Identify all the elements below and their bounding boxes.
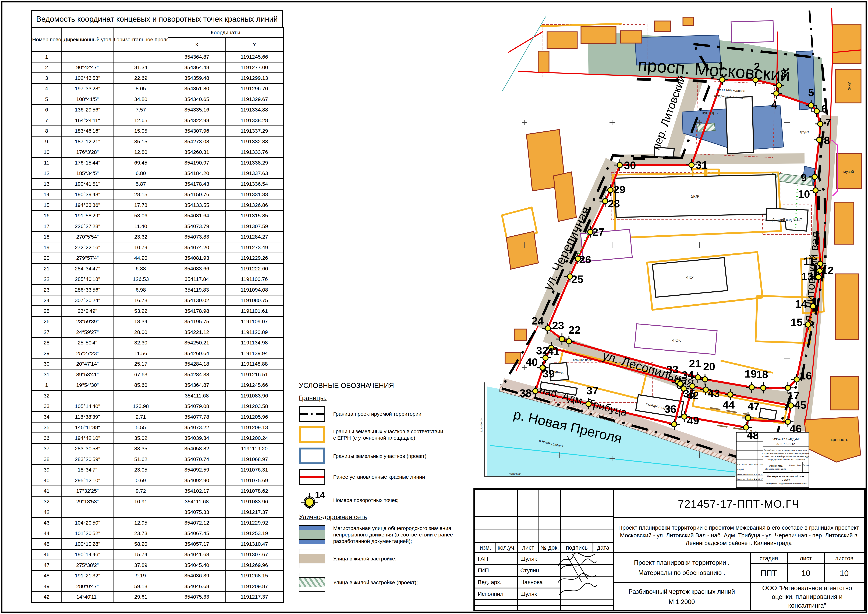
table-cell: 35.15 bbox=[114, 136, 168, 147]
main-street-swatch bbox=[299, 525, 325, 544]
table-row: 13190°41'51"5.87354178.431191336.54 bbox=[32, 179, 283, 190]
table-row: 3102°43'53"22.69354359.481191299.13 bbox=[32, 73, 283, 84]
table-cell: 354072.12 bbox=[168, 518, 226, 528]
table-row: 42354075.331191217.37 bbox=[32, 507, 283, 518]
table-cell: 101°20'52" bbox=[61, 528, 114, 539]
table-row: 8183°46'16"15.05354307.961191337.29 bbox=[32, 126, 283, 136]
legend-group-streets: Улично-дорожная сеть bbox=[299, 513, 476, 521]
table-cell: 28.15 bbox=[114, 189, 168, 200]
table-cell: 1 bbox=[32, 380, 61, 390]
table-cell: 6.98 bbox=[114, 284, 168, 295]
stamptxt-text: Трибуца-ул.Черепичная-пер.Литовский bbox=[767, 459, 805, 461]
table-cell: 9.19 bbox=[114, 570, 168, 581]
table-cell: 27 bbox=[32, 327, 61, 337]
table-cell: 58.20 bbox=[114, 539, 168, 549]
turning-point-marker bbox=[540, 365, 545, 370]
table-cell: 24 bbox=[32, 295, 61, 306]
table-row: 38283°20'59"51.62354070.741191068.97 bbox=[32, 454, 283, 465]
table-cell: 354081.93 bbox=[168, 253, 226, 263]
turning-point-number: 42 bbox=[687, 389, 699, 401]
header-podpis: подпись bbox=[560, 542, 593, 553]
col-header-y: Y bbox=[226, 37, 283, 51]
table-cell: 1191083.96 bbox=[226, 496, 283, 507]
legend-item-territory-border: Граница проектируемой территории bbox=[299, 406, 476, 422]
role-gip: ГИП bbox=[475, 564, 518, 577]
turning-point-marker bbox=[617, 162, 622, 168]
turning-point-marker bbox=[794, 377, 799, 382]
table-cell: 354184.20 bbox=[168, 168, 226, 179]
document-code: 721457-17-ППТ-МО.ГЧ bbox=[613, 490, 864, 518]
turning-point-number: 14 bbox=[795, 298, 807, 310]
table-row: 10176°3'28"12.80354260.311191333.76 bbox=[32, 147, 283, 157]
table-cell: 354250.21 bbox=[168, 337, 226, 348]
table-cell bbox=[61, 51, 114, 62]
table-cell: 194°33'36" bbox=[61, 200, 114, 211]
table-cell: 89°53'41" bbox=[61, 369, 114, 380]
table-cell: 12.80 bbox=[114, 147, 168, 157]
turning-point-number: 24 bbox=[532, 315, 544, 327]
table-cell: 295°12'10" bbox=[61, 475, 114, 486]
table-cell: 1191337.63 bbox=[226, 168, 283, 179]
egrn-parcels-swatch bbox=[299, 426, 325, 443]
table-cell: 28 bbox=[32, 337, 61, 348]
table-cell: 1191209.13 bbox=[226, 422, 283, 433]
table-row: 45100°10'28"58.20354057.171191310.47 bbox=[32, 539, 283, 549]
table-row: 3229°18'53"10.91354111.681191083.96 bbox=[32, 496, 283, 507]
turning-point-marker bbox=[749, 385, 754, 390]
table-cell: 354073.83 bbox=[168, 232, 226, 242]
table-row: 46190°14'46"15.74354041.681191307.67 bbox=[32, 549, 283, 560]
table-cell: 12 bbox=[32, 168, 61, 179]
table-cell: 1191334.88 bbox=[226, 104, 283, 115]
table-row: 43104°20'50"12.95354072.121191229.92 bbox=[32, 518, 283, 528]
stamptxt-text: Подп. bbox=[759, 463, 763, 465]
table-cell: 83.35 bbox=[114, 443, 168, 454]
table-cell: 11.56 bbox=[114, 348, 168, 359]
table-cell: 275°38'2" bbox=[61, 560, 114, 570]
turning-point-number: 22 bbox=[569, 324, 581, 336]
residential-street-project-swatch bbox=[299, 573, 325, 592]
legend-item-label: Границы земельных участков в соответстви… bbox=[333, 428, 443, 441]
turning-point-marker bbox=[812, 174, 817, 179]
table-cell: 354036.39 bbox=[168, 570, 226, 581]
table-cell: 1191205.96 bbox=[226, 412, 283, 422]
table-cell: 190°14'46" bbox=[61, 549, 114, 560]
table-cell: 354057.17 bbox=[168, 539, 226, 549]
table-row: 2724°59'27"28.00354221.121191120.89 bbox=[32, 327, 283, 337]
table-cell: 10.79 bbox=[114, 242, 168, 253]
table-cell: 18.34 bbox=[114, 316, 168, 327]
turning-point-marker bbox=[817, 268, 822, 274]
turning-point-marker bbox=[813, 188, 818, 193]
stamptxt-text: 08.17 bbox=[758, 473, 763, 476]
legend-item-label: Ранее установленные красные линии bbox=[333, 474, 425, 480]
table-cell: 1191268.15 bbox=[226, 570, 283, 581]
table-cell: 102°43'53" bbox=[61, 73, 114, 84]
stamptxt-text: проспект Московский-ул.Литовский вал-наб… bbox=[762, 455, 809, 458]
table-cell: 46 bbox=[32, 549, 61, 560]
header-koluch: кол.уч. bbox=[496, 542, 518, 553]
turning-point-number: 2 bbox=[754, 61, 760, 73]
table-cell: 23.05 bbox=[114, 465, 168, 475]
stamptxt-text: Бречка А.И. bbox=[747, 473, 758, 476]
legend-item-label: Улица в жилой застройке (проект); bbox=[333, 579, 418, 586]
table-cell: 190°41'51" bbox=[61, 179, 114, 190]
coordinate-table: Ведомость координат концевых и поворотны… bbox=[31, 10, 283, 603]
table-cell: 7.57 bbox=[114, 104, 168, 115]
table-row: 9187°12'21"35.15354273.081191332.88 bbox=[32, 136, 283, 147]
legend-item-label: Границы земельных участков (проект) bbox=[333, 453, 426, 459]
table-cell: 41 bbox=[32, 486, 61, 496]
table-cell: 11 bbox=[32, 157, 61, 168]
legend-item-label: Граница проектируемой территории bbox=[333, 410, 421, 417]
project-parcels-swatch bbox=[299, 448, 325, 464]
territory-border-swatch bbox=[299, 406, 325, 422]
table-cell: 354081.64 bbox=[168, 210, 226, 221]
table-cell: 1191101.61 bbox=[226, 306, 283, 316]
table-cell bbox=[114, 390, 168, 401]
turning-point-number: 25 bbox=[571, 273, 583, 285]
table-cell: 176°15'44" bbox=[61, 157, 114, 168]
table-cell: 12.65 bbox=[114, 115, 168, 126]
turning-point-marker bbox=[678, 381, 683, 386]
table-cell: 354322.98 bbox=[168, 115, 226, 126]
table-cell: 354130.02 bbox=[168, 295, 226, 306]
legend-item-label: Магистральная улица общегородского значе… bbox=[333, 525, 453, 544]
table-row: 48191°21'32"9.19354036.391191268.15 bbox=[32, 570, 283, 581]
